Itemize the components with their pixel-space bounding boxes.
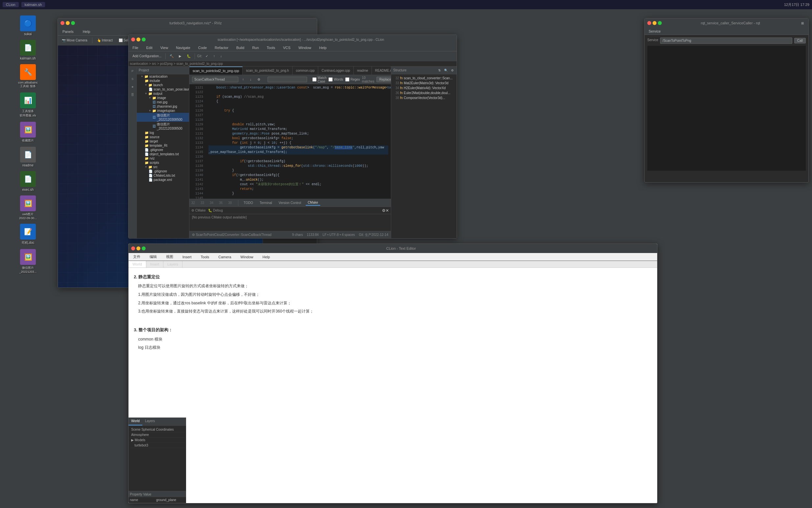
layer-models-bottom[interactable]: ▶ Models bbox=[130, 437, 185, 443]
git-commit-btn[interactable]: ✓ bbox=[203, 54, 210, 58]
rqt-close-button[interactable] bbox=[647, 21, 651, 25]
tree-template[interactable]: 📁 template_Rt bbox=[137, 143, 189, 148]
rviz-menu-help[interactable]: Help bbox=[81, 29, 92, 34]
nb-menu-edit[interactable]: 编辑 bbox=[148, 254, 159, 260]
tree-gitignore[interactable]: 📄 .gitignore bbox=[137, 148, 189, 152]
tab-readme-md[interactable]: README.md bbox=[372, 67, 391, 75]
rqt-dock-btn[interactable]: ⊞ bbox=[799, 21, 806, 26]
menu-view[interactable]: View bbox=[158, 45, 170, 50]
bottom-tab-todo[interactable]: TODO bbox=[242, 200, 255, 205]
rqt-menu-service[interactable]: Service bbox=[647, 29, 663, 34]
debug-button[interactable]: 🐛 bbox=[185, 54, 193, 58]
tree-wechat2[interactable]: 🖼 微信图片_2022120308500 bbox=[137, 122, 189, 131]
search-prev-btn[interactable]: ↑ bbox=[240, 77, 246, 82]
menu-tools[interactable]: Tools bbox=[265, 45, 277, 50]
desktop-icon-kalmain[interactable]: 📄 kalmain.sh bbox=[3, 39, 53, 61]
tree-log[interactable]: 📁 log bbox=[137, 131, 189, 135]
project-sidebar-icon[interactable]: P bbox=[129, 68, 136, 74]
bottom-tab-version-control[interactable]: Version Control bbox=[277, 200, 303, 205]
tree-zhaonimei[interactable]: 🖼 zhaonimei.jpg bbox=[137, 104, 189, 109]
structure-sidebar-icon[interactable]: S bbox=[129, 76, 136, 82]
tree-source[interactable]: 📁 source bbox=[137, 135, 189, 139]
regex-label[interactable]: Regex bbox=[345, 77, 360, 82]
struct-filter-btn[interactable]: 🔍 bbox=[443, 69, 449, 72]
tree-output[interactable]: ▼ 📁 output bbox=[137, 91, 189, 96]
regex-checkbox[interactable] bbox=[345, 77, 349, 82]
taskbar-kalmain[interactable]: kalmain.sh bbox=[21, 2, 45, 7]
menu-file[interactable]: File bbox=[131, 45, 140, 50]
menu-help[interactable]: Help bbox=[317, 45, 329, 50]
layers-tab-bottom[interactable]: Layers bbox=[142, 418, 157, 425]
nb-menu-tools[interactable]: Tools bbox=[199, 254, 211, 260]
git-pull-btn[interactable]: ↓ bbox=[218, 54, 224, 58]
tab-contnav[interactable]: ContnavLogger.cpp bbox=[318, 67, 354, 75]
rviz-minimize-button[interactable] bbox=[66, 21, 70, 25]
tree-cmakelists[interactable]: 📄 CMakeLists.txt bbox=[137, 173, 189, 178]
rqt-call-btn[interactable]: Call bbox=[794, 38, 806, 43]
tree-imagetupian[interactable]: ▼ 📁 imagetupian bbox=[137, 109, 189, 113]
nb-menu-insert[interactable]: Insert bbox=[181, 254, 194, 260]
menu-run[interactable]: Run bbox=[250, 45, 261, 50]
notebook-minimize-button[interactable] bbox=[136, 246, 140, 250]
words-checkbox[interactable] bbox=[328, 77, 333, 82]
tab-scan-pointclod2[interactable]: scan_to_pointclod2_to_png.cpp bbox=[189, 67, 243, 75]
layer-scene-spherical-bottom[interactable]: Scene Spherical Coordinates bbox=[130, 427, 185, 432]
cmake-close-icon[interactable]: ✕ bbox=[386, 208, 389, 213]
menu-vcs[interactable]: VCS bbox=[281, 45, 293, 50]
nb-menu-file[interactable]: 文件 bbox=[131, 254, 142, 260]
tree-image[interactable]: ▼ 📁 image bbox=[137, 96, 189, 100]
rqt-minimize-button[interactable] bbox=[653, 21, 657, 25]
layer-turtlebot3-bottom[interactable]: turtlebot3 bbox=[130, 443, 185, 448]
layer-atmosphere-bottom[interactable]: Atmosphere bbox=[130, 432, 185, 437]
clion-maximize-button[interactable] bbox=[142, 38, 146, 41]
struct-sort-btn[interactable]: ⇅ bbox=[437, 69, 442, 72]
menu-code[interactable]: Code bbox=[196, 45, 209, 50]
tree-target[interactable]: 📁 target bbox=[137, 139, 189, 143]
rqt-service-input[interactable] bbox=[660, 38, 792, 44]
world-tab-bottom[interactable]: World bbox=[129, 418, 142, 425]
desktop-icon-xls1[interactable]: 📊 工具报务软件图板.xls bbox=[3, 91, 53, 119]
menu-refactor[interactable]: Refactor bbox=[213, 45, 231, 50]
code-content[interactable]: boost::shared_ptr<sensor_msgs::LaserScan… bbox=[206, 84, 391, 199]
search-input[interactable] bbox=[192, 77, 238, 82]
bottom-tab-cmake[interactable]: CMake bbox=[306, 200, 320, 206]
menu-navigate[interactable]: Navigate bbox=[174, 45, 192, 50]
desktop-icon-doc[interactable]: 📝 司机.doc bbox=[3, 222, 53, 246]
rviz-close-button[interactable] bbox=[60, 21, 64, 25]
nb-menu-view[interactable]: 视图 bbox=[164, 254, 175, 260]
search-options-btn[interactable]: ⚙ bbox=[255, 77, 262, 82]
tree-include[interactable]: 📁 include bbox=[137, 79, 189, 83]
git-push-btn[interactable]: ↑ bbox=[211, 54, 217, 58]
replace-btn[interactable]: Replace bbox=[376, 77, 391, 82]
menu-build[interactable]: Build bbox=[234, 45, 246, 50]
tab-common-cpp[interactable]: common.cpp bbox=[293, 67, 318, 75]
tab-scan-h[interactable]: scan_to_pointclod2_to_png.h bbox=[243, 67, 293, 75]
menu-window[interactable]: Window bbox=[296, 45, 313, 50]
rviz-menu-panels[interactable]: Panels bbox=[60, 29, 76, 34]
tree-launch-file[interactable]: 📄 scan_to_scan_pose.laun... bbox=[137, 87, 189, 91]
tree-launch[interactable]: ▼ 📁 launch bbox=[137, 83, 189, 87]
struct-item-34[interactable]: 34 fn H2Euler(Matrix4d) :VectorXd bbox=[391, 86, 457, 90]
nb-tab-layers[interactable]: Layers bbox=[163, 261, 183, 267]
struct-item-38[interactable]: 38 fn ComposeVector(Vector3d)... bbox=[391, 95, 457, 100]
cmake-settings-icon[interactable]: ⚙ bbox=[382, 208, 386, 213]
db-sidebar-icon[interactable]: 🗄 bbox=[129, 91, 136, 98]
tab-readme[interactable]: readme bbox=[354, 67, 372, 75]
struct-item-33[interactable]: 33 fn Mat2Euler(Matrix3d) :Vector3d bbox=[391, 81, 457, 86]
desktop-icon-wechat[interactable]: 🖼️ 微信图片_20221203... bbox=[3, 248, 53, 275]
tree-src-gitignore[interactable]: 📄 .gitignore bbox=[137, 169, 189, 173]
desktop-icon-sukai[interactable]: 🔵 sukai bbox=[3, 14, 53, 37]
nb-menu-help[interactable]: Help bbox=[260, 254, 272, 260]
rviz-maximize-button[interactable] bbox=[71, 21, 75, 25]
build-button[interactable]: 🔨 bbox=[168, 54, 176, 58]
rqt-maximize-button[interactable] bbox=[658, 21, 662, 25]
tree-scripts[interactable]: 📁 scripts bbox=[137, 161, 189, 165]
favorites-sidebar-icon[interactable]: ★ bbox=[129, 84, 136, 90]
rviz-interact-btn[interactable]: 👆 Interact bbox=[95, 38, 115, 43]
clion-close-button[interactable] bbox=[131, 38, 135, 41]
tree-rviz[interactable]: 📁 rviz bbox=[137, 156, 189, 161]
tree-packagexml[interactable]: 📄 package.xml bbox=[137, 178, 189, 182]
nb-tab-insert[interactable]: Insert bbox=[146, 261, 164, 267]
struct-item-36[interactable]: 36 fn Euler2Mat(double,double,doul... bbox=[391, 90, 457, 95]
struct-item-32[interactable]: 32 fn scan_to_cloud_converter::Scan... bbox=[391, 76, 457, 81]
